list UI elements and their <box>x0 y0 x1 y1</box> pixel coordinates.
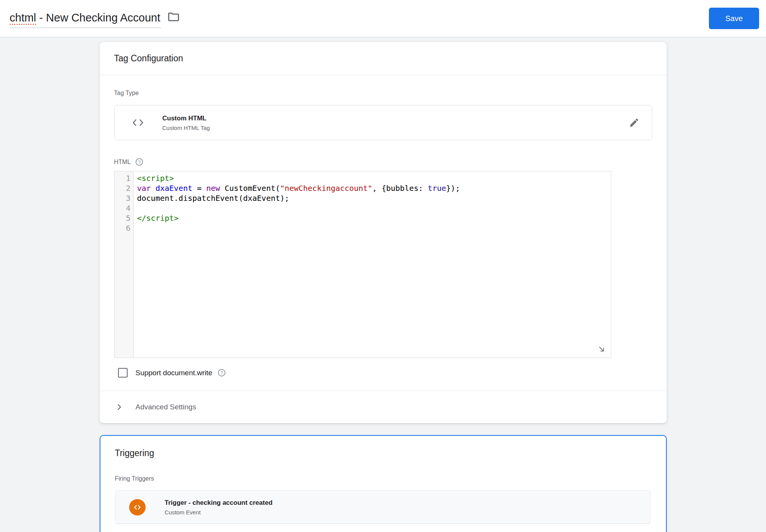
svg-text:?: ? <box>220 370 223 376</box>
edit-tag-type-button[interactable] <box>629 117 640 128</box>
custom-event-icon <box>129 499 146 516</box>
tag-configuration-header: Tag Configuration <box>100 42 667 75</box>
triggering-title: Triggering <box>115 448 651 458</box>
pencil-icon <box>629 117 640 128</box>
editor-resize-handle[interactable] <box>597 345 606 354</box>
code-line[interactable]: document.dispatchEvent(dxaEvent); <box>137 193 611 203</box>
topbar: chtml - New Checking Account Save <box>0 0 766 37</box>
tag-name-misspelled: chtml <box>10 11 36 24</box>
html-code-editor[interactable]: 123456 <script>var dxaEvent = new Custom… <box>114 171 611 358</box>
code-line[interactable]: </script> <box>137 213 611 223</box>
tag-type-name: Custom HTML <box>162 115 210 122</box>
tag-type-selector[interactable]: Custom HTML Custom HTML Tag <box>114 105 652 140</box>
html-help-icon[interactable]: ? <box>135 158 143 166</box>
code-line[interactable]: <script> <box>137 173 611 183</box>
line-number: 2 <box>115 183 131 193</box>
support-document-write-label: Support document.write <box>136 369 213 377</box>
editor-gutter: 123456 <box>115 171 134 358</box>
editor-code[interactable]: <script>var dxaEvent = new CustomEvent("… <box>134 171 611 358</box>
trigger-row[interactable]: Trigger - checking account created Custo… <box>115 490 651 524</box>
triggering-card: Triggering Firing Triggers Trigger - che… <box>100 435 667 532</box>
tag-configuration-card: Tag Configuration Tag Type Custom HTML C… <box>100 42 667 423</box>
document-write-help-icon[interactable]: ? <box>218 369 226 377</box>
tag-configuration-title: Tag Configuration <box>114 53 183 64</box>
code-line[interactable]: var dxaEvent = new CustomEvent("newCheck… <box>137 183 611 193</box>
svg-text:?: ? <box>138 159 141 165</box>
tag-name-input[interactable]: chtml - New Checking Account <box>10 9 161 28</box>
line-number: 5 <box>115 213 131 223</box>
line-number: 4 <box>115 203 131 213</box>
trigger-name: Trigger - checking account created <box>165 499 273 507</box>
folder-icon[interactable] <box>167 10 180 23</box>
html-field-label: HTML <box>114 159 131 166</box>
tag-type-description: Custom HTML Tag <box>162 125 210 131</box>
resize-arrow-icon <box>597 345 606 354</box>
tag-name-rest: - New Checking Account <box>36 11 160 24</box>
tag-type-label: Tag Type <box>114 90 652 97</box>
line-number: 6 <box>115 223 131 233</box>
advanced-settings-toggle[interactable]: Advanced Settings <box>114 391 652 423</box>
firing-triggers-label: Firing Triggers <box>100 475 666 482</box>
save-button[interactable]: Save <box>709 8 759 29</box>
code-icon <box>132 118 144 128</box>
line-number: 1 <box>115 173 131 183</box>
code-line[interactable] <box>137 203 611 213</box>
trigger-type: Custom Event <box>165 509 273 516</box>
support-document-write-checkbox[interactable] <box>118 368 128 378</box>
line-number: 3 <box>115 193 131 203</box>
chevron-right-icon <box>115 403 123 411</box>
code-line[interactable] <box>137 223 611 233</box>
advanced-settings-label: Advanced Settings <box>136 403 196 411</box>
